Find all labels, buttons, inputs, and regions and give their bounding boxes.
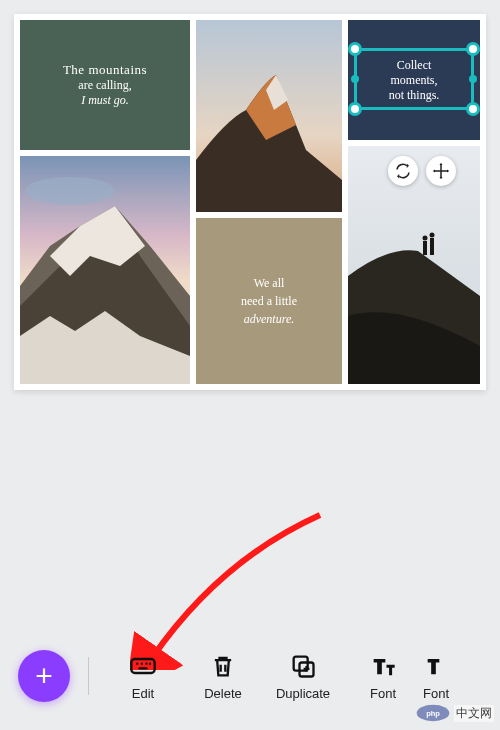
svg-rect-8 [131,659,154,673]
panel-photo-snow-mountain[interactable] [20,156,190,384]
button-label: Duplicate [276,686,330,701]
watermark: php 中文网 [416,704,494,722]
panel-quote-adventure[interactable]: We all need a little adventure. [196,218,342,384]
edit-button[interactable]: Edit [103,652,183,701]
text-line: I must go. [63,93,147,108]
text-line: The mountains [63,62,147,78]
button-label: Delete [204,686,242,701]
panel-photo-peak[interactable] [196,20,342,212]
watermark-text: 中文网 [454,705,494,722]
plus-icon: + [35,659,53,693]
text-line: are calling, [63,78,147,93]
duplicate-button[interactable]: Duplicate [263,652,343,701]
font-icon [423,652,451,680]
svg-text:php: php [426,709,440,718]
button-label: Edit [132,686,154,701]
text-line: not things. [389,88,440,103]
button-label: Font [423,686,449,701]
text-line: moments, [389,73,440,88]
svg-rect-3 [430,238,434,255]
move-button[interactable] [426,156,456,186]
svg-point-4 [423,236,428,241]
svg-point-12 [149,662,151,664]
panel-photo-hikers[interactable] [348,146,480,384]
collage-canvas[interactable]: The mountains are calling, I must go. Co… [14,14,486,390]
font-icon [369,652,397,680]
svg-point-11 [145,662,147,664]
duplicate-icon [289,652,317,680]
keyboard-icon [129,652,157,680]
svg-rect-13 [138,667,147,669]
divider [88,657,89,695]
delete-button[interactable]: Delete [183,652,263,701]
svg-rect-2 [423,241,427,255]
php-logo-icon: php [416,704,450,722]
panel-quote-mountains[interactable]: The mountains are calling, I must go. [20,20,190,150]
text-line: need a little [241,292,297,310]
font-size-button[interactable]: Font [423,652,463,701]
panel-quote-collect[interactable]: Collect moments, not things. [348,20,480,140]
button-label: Font [370,686,396,701]
svg-point-9 [136,662,138,664]
trash-icon [209,652,237,680]
font-button[interactable]: Font [343,652,423,701]
move-icon [432,162,450,180]
svg-point-10 [141,662,143,664]
svg-point-7 [25,177,115,205]
text-line: adventure. [241,310,297,328]
rotate-icon [394,162,412,180]
add-button[interactable]: + [18,650,70,702]
text-line: Collect [389,58,440,73]
text-line: We all [241,274,297,292]
svg-point-5 [430,233,435,238]
rotate-button[interactable] [388,156,418,186]
